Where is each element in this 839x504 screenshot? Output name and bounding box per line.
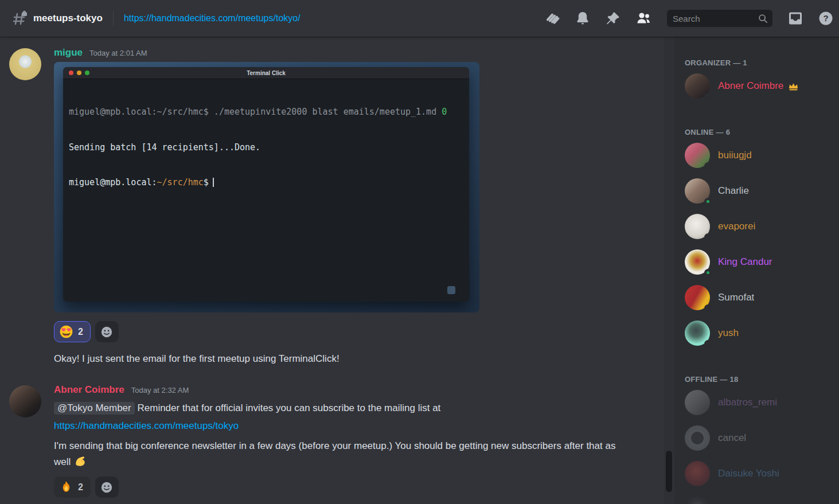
channel-name: meetups-tokyo (33, 13, 103, 24)
member-name: yush (718, 327, 739, 339)
status-idle-icon (704, 304, 712, 312)
heart-eyes-emoji-icon (60, 325, 73, 338)
terminal-titlebar: Terminal Click (63, 67, 469, 79)
status-idle-icon (704, 340, 712, 347)
member-name: King Candur (718, 256, 772, 268)
member-avatar (685, 73, 710, 99)
member-row-buiiugjd[interactable]: buiiugjd (685, 138, 833, 173)
status-online-icon (704, 269, 712, 276)
message-text: Okay! I just sent the email for the firs… (54, 352, 664, 366)
member-list-icon[interactable] (636, 11, 651, 26)
member-name: cancel (718, 432, 746, 444)
member-row-yush[interactable]: yush (685, 315, 833, 351)
smiley-add-icon (100, 326, 113, 338)
member-avatar (685, 321, 710, 346)
member-name: buiiugjd (718, 150, 752, 161)
member-row-sumofat[interactable]: Sumofat (685, 280, 833, 315)
channel-hash-lock-icon (11, 10, 28, 26)
reaction-fire[interactable]: 2 (54, 476, 91, 498)
status-online-icon (704, 198, 712, 205)
threads-icon[interactable] (545, 11, 560, 26)
member-row-cancel[interactable]: cancel (685, 420, 833, 456)
smiley-add-icon (100, 481, 113, 494)
author-name[interactable]: Abner Coimbre (54, 384, 124, 396)
member-row-cutoff[interactable]: D (685, 491, 833, 504)
chat-messages-area: migue Today at 2:01 AM Terminal Click (0, 37, 664, 504)
chat-scrollbar-thumb[interactable] (666, 451, 672, 492)
terminal-cursor (213, 178, 214, 187)
add-reaction-button[interactable] (95, 476, 119, 498)
terminal-line-3: miguel@mpb.local:~/src/hmc$ (69, 177, 463, 189)
member-row-evaporei[interactable]: evaporei (685, 209, 833, 244)
reaction-heart-eyes[interactable]: 2 (54, 321, 91, 342)
search-icon (758, 14, 768, 24)
owner-crown-icon (788, 81, 799, 92)
inbox-icon[interactable] (788, 11, 803, 26)
member-avatar (685, 214, 710, 239)
terminal-output: miguel@mpb.local:~/src/hmc$ ./meetupinvi… (63, 79, 469, 216)
member-avatar (685, 390, 710, 415)
message-text-fragment: Reminder that for official invites you c… (137, 403, 440, 413)
terminal-window: Terminal Click miguel@mpb.local:~/src/hm… (63, 67, 469, 302)
author-name[interactable]: migue (54, 47, 83, 58)
member-name: Abner Coimbre (718, 80, 783, 92)
search-input[interactable] (673, 14, 758, 24)
search-bar[interactable] (667, 10, 772, 27)
avatar-migue[interactable] (9, 48, 41, 80)
member-list: ORGANIZER — 1 Abner Coimbre ONLINE — 6 b… (674, 37, 839, 504)
svg-text:?: ? (823, 13, 828, 23)
notification-bell-icon[interactable] (575, 11, 590, 26)
traffic-lights-icon (69, 71, 89, 75)
message-link[interactable]: https://handmadecities.com/meetups/tokyo (54, 420, 239, 431)
fire-emoji-icon (60, 480, 73, 494)
member-row-king-candur[interactable]: King Candur (685, 244, 833, 280)
member-name: evaporei (718, 221, 755, 232)
message-text: @Tokyo Member Reminder that for official… (54, 401, 664, 416)
member-section-organizer: ORGANIZER — 1 (685, 37, 833, 68)
member-row-abner[interactable]: Abner Coimbre (685, 68, 833, 104)
member-name: albatros_remi (718, 397, 777, 408)
chat-scrollbar-track[interactable] (664, 37, 674, 504)
message-timestamp: Today at 2:32 AM (131, 386, 189, 394)
status-idle-icon (704, 233, 712, 241)
avatar-abner[interactable] (9, 385, 41, 417)
discord-app: meetups-tokyo https://handmadecities.com… (0, 0, 839, 504)
add-reaction-button[interactable] (95, 321, 119, 342)
member-section-offline: OFFLINE — 18 (685, 351, 833, 385)
terminal-corner-badge (447, 286, 455, 294)
header-divider (113, 11, 114, 26)
reactions-row: 2 (54, 476, 664, 498)
status-idle-icon (704, 162, 712, 170)
reaction-count: 2 (78, 482, 83, 493)
terminal-title: Terminal Click (247, 70, 286, 76)
reaction-count: 2 (78, 327, 83, 337)
member-row-charlie[interactable]: Charlie (685, 173, 833, 209)
terminal-line-2: Sending batch [14 recipients]...Done. (69, 142, 463, 154)
member-avatar (685, 461, 710, 486)
member-avatar (685, 143, 710, 168)
member-row-albatros-remi[interactable]: albatros_remi (685, 385, 833, 420)
message-text-fragment: I'm sending that big conference newslett… (54, 440, 615, 467)
member-row-daisuke-yoshi[interactable]: Daisuke Yoshi (685, 456, 833, 491)
channel-topic-link[interactable]: https://handmadecities.com/meetups/tokyo… (124, 13, 301, 24)
member-name: Charlie (718, 185, 749, 197)
message-text: I'm sending that big conference newslett… (54, 438, 616, 470)
member-name: Sumofat (718, 292, 754, 303)
message-group-abner: Abner Coimbre Today at 2:32 AM @Tokyo Me… (9, 384, 664, 498)
message-timestamp: Today at 2:01 AM (89, 49, 147, 57)
member-section-online: ONLINE — 6 (685, 104, 833, 138)
member-avatar (685, 497, 710, 504)
terminal-line-1: miguel@mpb.local:~/src/hmc$ ./meetupinvi… (69, 106, 463, 118)
attachment-terminal-screenshot[interactable]: Terminal Click miguel@mpb.local:~/src/hm… (54, 62, 479, 312)
pinned-messages-icon[interactable] (606, 11, 621, 26)
help-icon[interactable]: ? (818, 11, 833, 26)
member-name: Daisuke Yoshi (718, 468, 779, 479)
member-avatar (685, 425, 710, 451)
status-idle-icon (704, 93, 712, 100)
flex-bicep-emoji-icon (73, 454, 87, 468)
member-avatar (685, 249, 710, 275)
member-avatar (685, 285, 710, 310)
role-mention-chip[interactable]: @Tokyo Member (54, 402, 135, 415)
reactions-row: 2 (54, 321, 664, 342)
member-avatar (685, 178, 710, 204)
